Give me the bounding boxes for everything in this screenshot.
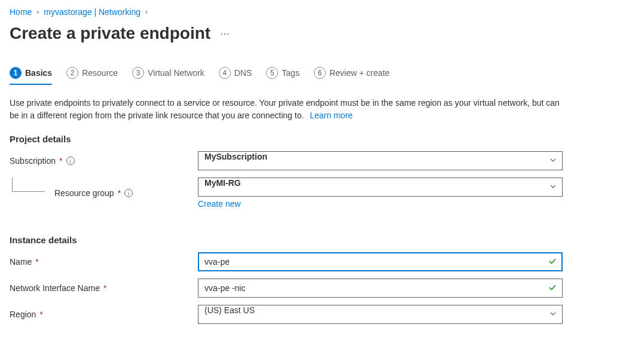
nic-name-label: Network Interface Name <box>10 283 100 293</box>
required-indicator: * <box>39 310 42 319</box>
breadcrumb-home[interactable]: Home <box>10 7 32 17</box>
tab-basics[interactable]: 1 Basics <box>10 67 52 85</box>
tab-review-create[interactable]: 6 Review + create <box>314 67 390 85</box>
more-icon[interactable]: ⋯ <box>220 28 230 39</box>
chevron-right-icon: › <box>145 8 148 16</box>
tab-resource[interactable]: 2 Resource <box>66 67 118 85</box>
required-indicator: * <box>103 283 106 293</box>
create-new-link[interactable]: Create new <box>198 199 241 209</box>
tab-tags[interactable]: 5 Tags <box>266 67 300 85</box>
subscription-label: Subscription <box>10 156 56 166</box>
resource-group-label: Resource group <box>54 188 114 198</box>
tab-label: Tags <box>282 68 300 78</box>
description-text: Use private endpoints to privately conne… <box>10 97 560 122</box>
required-indicator: * <box>118 188 121 198</box>
breadcrumb-resource[interactable]: myvastorage | Networking <box>44 7 141 17</box>
section-instance-details: Instance details <box>10 235 610 245</box>
tab-label: Resource <box>82 68 118 78</box>
breadcrumb: Home › myvastorage | Networking › <box>10 7 610 17</box>
tree-connector <box>12 178 45 192</box>
required-indicator: * <box>59 156 62 166</box>
tab-label: Basics <box>25 68 52 78</box>
tab-dns[interactable]: 4 DNS <box>219 67 252 85</box>
info-icon[interactable]: i <box>124 189 133 197</box>
tab-label: DNS <box>234 68 252 78</box>
tab-badge: 3 <box>132 67 144 79</box>
required-indicator: * <box>35 257 38 267</box>
tab-badge: 5 <box>266 67 278 79</box>
name-input[interactable] <box>198 252 563 271</box>
learn-more-link[interactable]: Learn more <box>310 111 353 120</box>
chevron-right-icon: › <box>36 8 39 16</box>
tab-virtual-network[interactable]: 3 Virtual Network <box>132 67 204 85</box>
region-select[interactable]: (US) East US <box>198 305 563 324</box>
name-label: Name <box>10 257 32 267</box>
tab-badge: 1 <box>10 67 22 79</box>
tab-label: Virtual Network <box>148 68 204 78</box>
section-project-details: Project details <box>10 134 610 144</box>
region-label: Region <box>10 310 36 319</box>
tabs: 1 Basics 2 Resource 3 Virtual Network 4 … <box>10 67 610 85</box>
tab-badge: 4 <box>219 67 231 79</box>
tab-badge: 6 <box>314 67 326 79</box>
resource-group-select[interactable]: MyMI-RG <box>198 178 563 197</box>
subscription-select[interactable]: MySubscription <box>198 151 563 170</box>
tab-badge: 2 <box>66 67 78 79</box>
tab-label: Review + create <box>329 68 390 78</box>
page-title: Create a private endpoint <box>10 24 210 43</box>
nic-name-input[interactable] <box>198 279 563 298</box>
info-icon[interactable]: i <box>66 157 75 165</box>
